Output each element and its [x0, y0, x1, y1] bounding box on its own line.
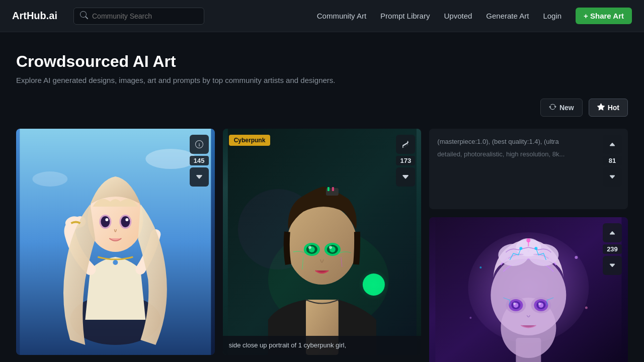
nav-prompt-library[interactable]: Prompt Library: [380, 12, 430, 20]
svg-point-41: [520, 247, 523, 250]
sort-new-button[interactable]: New: [540, 99, 583, 117]
svg-point-27: [308, 246, 311, 249]
vote-count-1: 145: [190, 156, 209, 165]
svg-point-43: [527, 238, 531, 242]
prompt-overlay-2: side close up portrait of 1 cyberpunk gi…: [223, 336, 422, 355]
prompt-text-preview: (masterpiece:1.0), (best quality:1.4), (…: [437, 137, 620, 147]
refresh-icon: [549, 103, 556, 112]
nav-links: Community Art Prompt Library Upvoted Gen…: [317, 8, 632, 24]
art-card-1[interactable]: 145: [16, 129, 215, 355]
svg-point-28: [329, 246, 332, 249]
svg-point-56: [585, 307, 588, 309]
art-card-3-top[interactable]: (masterpiece:1.0), (best quality:1.4), (…: [429, 129, 628, 209]
vote-count-4: 239: [603, 244, 622, 254]
downvote-button-1[interactable]: [190, 167, 209, 187]
svg-rect-19: [327, 187, 329, 191]
svg-point-11: [113, 260, 118, 265]
svg-point-57: [470, 317, 472, 319]
svg-point-53: [538, 303, 541, 305]
upvote-button-2[interactable]: [396, 135, 415, 154]
svg-rect-36: [516, 338, 541, 362]
vote-controls-2: 173: [396, 135, 415, 187]
art-card-2[interactable]: Cyberpunk 173 side close up portrait of: [223, 129, 422, 355]
vote-controls-1: 145: [190, 135, 209, 187]
svg-point-8: [121, 216, 130, 227]
sort-hot-button[interactable]: Hot: [589, 99, 628, 117]
sort-new-label: New: [559, 104, 574, 112]
downvote-button-4[interactable]: [603, 256, 622, 275]
prompt-text-continuation: detailed, photorealistic, high resolutio…: [437, 150, 620, 158]
sort-controls: New Hot: [16, 99, 628, 117]
svg-point-52: [513, 303, 516, 305]
search-input[interactable]: [92, 12, 198, 20]
vote-count-2: 173: [396, 156, 415, 165]
svg-point-54: [575, 256, 578, 259]
svg-point-10: [125, 218, 128, 221]
downvote-button-3[interactable]: [603, 167, 622, 187]
upvote-button-1[interactable]: [190, 135, 209, 154]
nav-community-art[interactable]: Community Art: [317, 12, 366, 20]
star-icon: [597, 103, 605, 112]
svg-point-42: [535, 247, 538, 250]
svg-point-1: [145, 149, 196, 169]
svg-point-2: [32, 171, 67, 187]
svg-point-55: [480, 266, 482, 268]
right-column: (masterpiece:1.0), (best quality:1.4), (…: [429, 129, 628, 362]
svg-point-9: [105, 218, 108, 221]
upvote-button-4[interactable]: [603, 223, 622, 242]
logo: ArtHub.ai: [12, 10, 57, 22]
page-subtitle: Explore AI generated designs, images, ar…: [16, 76, 628, 84]
upvote-button-3[interactable]: [603, 135, 622, 154]
vote-count-3: 81: [603, 156, 622, 165]
cyberpunk-tag: Cyberpunk: [229, 135, 271, 146]
nav-upvoted[interactable]: Upvoted: [444, 12, 472, 20]
search-icon: [80, 11, 88, 21]
vote-controls-3: 81: [603, 135, 622, 187]
main-content: Crowdsourced AI Art Explore AI generated…: [0, 32, 644, 362]
nav-generate-art[interactable]: Generate Art: [486, 12, 529, 20]
nav-login[interactable]: Login: [543, 12, 561, 20]
vote-controls-4: 239: [603, 223, 622, 275]
svg-point-37: [491, 255, 567, 335]
sort-hot-label: Hot: [608, 104, 619, 112]
svg-rect-20: [332, 187, 334, 191]
page-title: Crowdsourced AI Art: [16, 52, 628, 71]
art-grid: 145: [16, 129, 628, 362]
share-art-button[interactable]: + Share Art: [576, 8, 632, 24]
search-bar[interactable]: [73, 8, 204, 25]
navbar: ArtHub.ai Community Art Prompt Library U…: [0, 0, 644, 32]
svg-point-7: [101, 216, 110, 227]
svg-point-32: [358, 269, 388, 300]
art-card-3-bottom[interactable]: 239: [429, 217, 628, 362]
downvote-button-2[interactable]: [396, 167, 415, 187]
